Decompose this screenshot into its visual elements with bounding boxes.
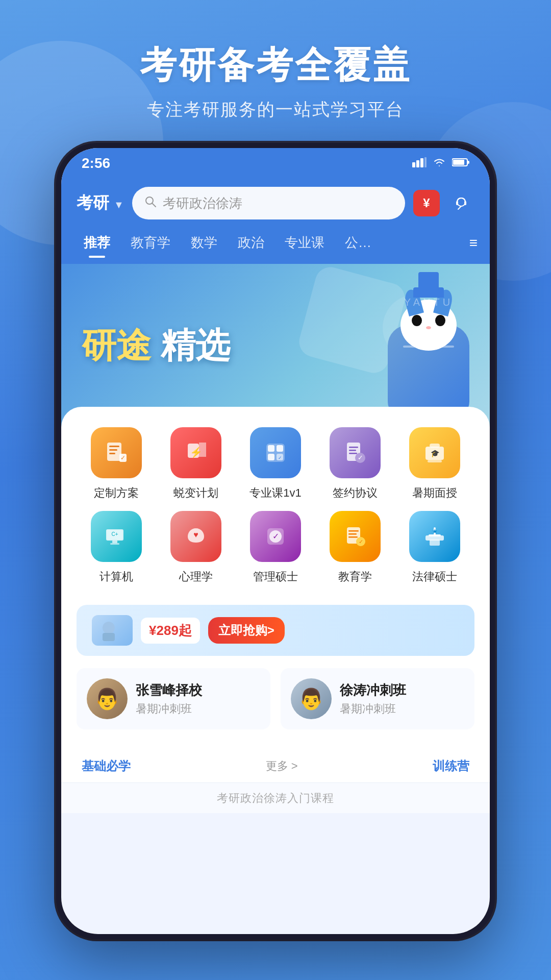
law-icon: ★ xyxy=(409,511,460,562)
svg-rect-23 xyxy=(277,445,283,452)
icon-label-contract: 签约协议 xyxy=(333,485,378,501)
footer-right-label[interactable]: 训练营 xyxy=(433,758,469,774)
icon-item-education[interactable]: ✓ 教育学 xyxy=(315,511,395,584)
icon-item-contract[interactable]: ✓ 签约协议 xyxy=(315,427,395,501)
contract-icon: ✓ xyxy=(330,427,381,478)
svg-rect-5 xyxy=(453,160,464,165)
svg-rect-29 xyxy=(349,450,356,451)
icon-item-law[interactable]: ★ 法律硕士 xyxy=(395,511,474,584)
header-title: 考研备考全覆盖 xyxy=(0,41,551,90)
tab-education[interactable]: 教育学 xyxy=(120,230,181,256)
nav-more-button[interactable]: ≡ xyxy=(469,235,478,251)
icon-item-1v1[interactable]: ✓ 专业课1v1 xyxy=(236,427,315,501)
transform-icon: ⚡ xyxy=(170,427,221,478)
phone-mockup: 2:56 考研 ▼ xyxy=(56,143,495,939)
svg-text:♥: ♥ xyxy=(193,530,198,539)
svg-text:★: ★ xyxy=(432,528,438,535)
svg-rect-39 xyxy=(112,541,117,543)
svg-rect-47 xyxy=(348,530,359,532)
svg-rect-58 xyxy=(103,633,115,641)
teacher-card-2[interactable]: 👨 徐涛冲刺班 暑期冲刺班 xyxy=(281,668,474,729)
1v1-icon: ✓ xyxy=(250,427,301,478)
svg-rect-40 xyxy=(110,543,119,545)
svg-text:✓: ✓ xyxy=(278,455,282,460)
icon-item-psychology[interactable]: ♥ 心理学 xyxy=(156,511,236,584)
svg-rect-14 xyxy=(109,449,117,451)
mascot-eye-left xyxy=(412,315,422,326)
svg-rect-13 xyxy=(109,446,119,447)
customer-service-button[interactable] xyxy=(448,190,474,216)
tab-specialty[interactable]: 专业课 xyxy=(274,230,335,256)
icon-label-customize: 定制方案 xyxy=(94,485,139,501)
status-icons xyxy=(412,157,469,170)
promo-banner[interactable]: ¥289起 立即抢购> xyxy=(77,605,474,656)
tab-politics[interactable]: 政治 xyxy=(228,230,274,256)
icon-label-law: 法律硕士 xyxy=(412,569,457,584)
summer-icon: 🎓 xyxy=(409,427,460,478)
signal-icon xyxy=(412,157,427,170)
search-bar[interactable]: 考研政治徐涛 xyxy=(132,187,405,219)
svg-text:🎓: 🎓 xyxy=(431,449,440,458)
tab-public[interactable]: 公… xyxy=(335,230,382,256)
svg-rect-11 xyxy=(464,201,466,205)
icon-item-transform[interactable]: ⚡ 蜕变计划 xyxy=(156,427,236,501)
teacher-name-2: 徐涛冲刺班 xyxy=(340,681,406,699)
footer-left-label[interactable]: 基础必学 xyxy=(82,758,131,774)
teacher-desc-2: 暑期冲刺班 xyxy=(340,701,406,717)
bottom-strip: 考研政治徐涛入门课程 xyxy=(61,782,490,813)
icon-label-computer: 计算机 xyxy=(99,569,133,584)
mascot-eye-right xyxy=(435,315,445,326)
card-section: ✓ 定制方案 ⚡ 蜕变计划 ✓ 专业课1v1 xyxy=(61,407,490,750)
search-placeholder: 考研政治徐涛 xyxy=(163,194,242,212)
promo-buy-button[interactable]: 立即抢购> xyxy=(208,617,285,644)
icon-label-psychology: 心理学 xyxy=(179,569,213,584)
footer-more-label[interactable]: 更多 > xyxy=(266,758,298,774)
bottom-strip-text: 考研政治徐涛入门课程 xyxy=(217,791,334,806)
svg-rect-2 xyxy=(420,158,423,167)
banner-text-part1: 研途 xyxy=(82,326,151,364)
svg-rect-30 xyxy=(349,453,357,454)
icon-item-summer[interactable]: 🎓 暑期面授 xyxy=(395,427,474,501)
svg-rect-1 xyxy=(416,160,419,167)
banner[interactable]: 研途 精选 xyxy=(61,264,490,427)
mascot-collar xyxy=(403,346,454,348)
management-icon: ✓ xyxy=(250,511,301,562)
icon-item-management[interactable]: ✓ 管理硕士 xyxy=(236,511,315,584)
teacher-card-1[interactable]: 👨 张雪峰择校 暑期冲刺班 xyxy=(77,668,270,729)
svg-rect-15 xyxy=(109,453,115,454)
mascot-body xyxy=(388,325,469,417)
icon-label-summer: 暑期面授 xyxy=(412,485,457,501)
mascot-nose xyxy=(426,326,431,329)
teacher-desc-1: 暑期冲刺班 xyxy=(136,701,202,717)
coupon-button[interactable]: ¥ xyxy=(413,190,440,216)
app-logo[interactable]: 考研 ▼ xyxy=(77,192,124,214)
svg-rect-6 xyxy=(467,161,469,164)
icon-item-computer[interactable]: C+ 计算机 xyxy=(77,511,156,584)
logo-chevron: ▼ xyxy=(114,199,124,210)
svg-rect-35 xyxy=(428,460,442,462)
icon-grid: ✓ 定制方案 ⚡ 蜕变计划 ✓ 专业课1v1 xyxy=(77,427,474,584)
svg-rect-22 xyxy=(268,445,274,452)
icon-label-management: 管理硕士 xyxy=(253,569,298,584)
svg-rect-10 xyxy=(456,201,458,205)
svg-rect-12 xyxy=(107,443,121,461)
mascot-hat-top xyxy=(418,272,439,290)
header-section: 考研备考全覆盖 专注考研服务的一站式学习平台 xyxy=(0,41,551,121)
teacher-info-1: 张雪峰择校 暑期冲刺班 xyxy=(136,681,202,717)
app-header: 考研 ▼ 考研政治徐涛 ¥ xyxy=(61,179,490,230)
svg-rect-3 xyxy=(424,157,427,167)
customize-icon: ✓ xyxy=(91,427,142,478)
svg-text:✓: ✓ xyxy=(359,538,363,545)
header-actions: ¥ xyxy=(413,190,474,216)
icon-item-customize[interactable]: ✓ 定制方案 xyxy=(77,427,156,501)
teacher-info-2: 徐涛冲刺班 暑期冲刺班 xyxy=(340,681,406,717)
phone-screen: 2:56 考研 ▼ xyxy=(61,148,490,934)
svg-rect-34 xyxy=(430,444,440,448)
tab-math[interactable]: 数学 xyxy=(181,230,228,256)
status-bar: 2:56 xyxy=(61,148,490,179)
header-subtitle: 专注考研服务的一站式学习平台 xyxy=(0,98,551,121)
svg-line-8 xyxy=(152,203,156,207)
teacher-name-1: 张雪峰择校 xyxy=(136,681,202,699)
tab-recommended[interactable]: 推荐 xyxy=(73,230,120,256)
svg-rect-48 xyxy=(348,533,357,535)
